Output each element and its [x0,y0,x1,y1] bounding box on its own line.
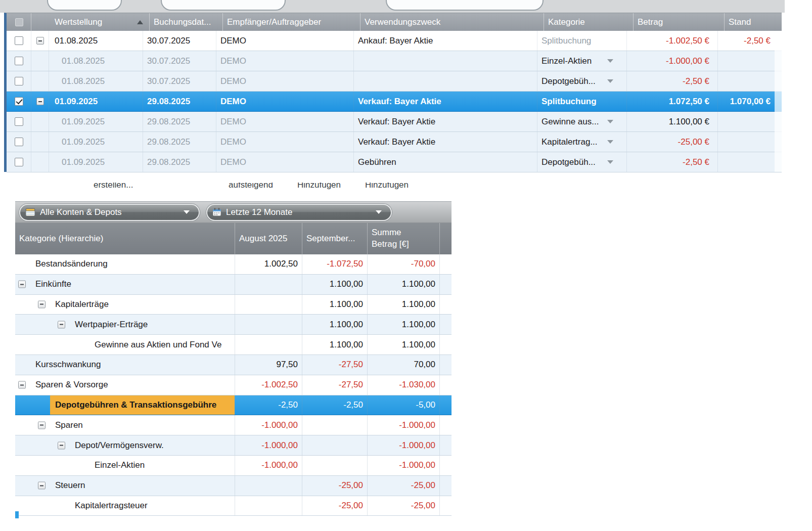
wertstellung-value: 01.09.2025 [49,112,143,131]
collapse-row-button[interactable] [38,300,46,308]
clipped-button-label[interactable]: Hinzufügen [297,183,341,190]
report-row[interactable]: Gewinne aus Aktien und Fond Ve1.100,001.… [15,335,452,355]
category-dropdown-arrow[interactable] [607,79,613,83]
column-header-august[interactable]: August 2025 [235,223,302,254]
transaction-row[interactable]: 01.09.202529.08.2025DEMOVerkauf: Bayer A… [7,112,782,132]
report-row[interactable]: Steuern-25,00-25,00 [15,476,452,496]
checkbox-cell [7,71,31,91]
category-cell: Kapitalerträge [15,295,235,315]
report-row[interactable]: Kapitalerträge1.100,001.100,00 [15,295,452,315]
value-cell: -1.000,00 [368,435,440,455]
kategorie-value: Einzel-Aktien [542,56,592,66]
transaction-row[interactable]: 01.08.202530.07.2025DEMOEinzel-Aktien-1.… [7,51,782,71]
gutter-cell [440,275,452,294]
category-label: Depot/Vermögensverw. [15,440,164,451]
kategorie-value: Splitbuchung [542,97,597,107]
category-dropdown-arrow[interactable] [607,120,613,123]
column-header-wertstellung[interactable]: Wertstellung [31,13,150,31]
report-header-row: Kategorie (Hierarchie) August 2025 Septe… [15,223,452,254]
column-header-buchungsdatum[interactable]: Buchungsdat... [150,13,223,31]
row-checkbox[interactable] [15,158,23,166]
transactions-body: 01.08.202530.07.2025DEMOAnkauf: Bayer Ak… [7,31,782,172]
stand-value: -2,50 € [744,36,771,46]
report-row[interactable]: Wertpapier-Erträge1.100,001.100,00 [15,315,452,335]
finance-app-screen: Wertstellung Buchungsdat... Empfänger/Au… [0,0,812,531]
row-checkbox[interactable] [15,57,23,65]
category-label: Kapitalertragsteuer [15,501,148,511]
empfaenger-value: DEMO [216,152,354,172]
clipped-toolbar-control[interactable] [161,0,286,11]
column-header-category[interactable]: Kategorie (Hierarchie) [15,223,235,254]
collapse-row-button[interactable] [58,321,65,328]
row-checkbox[interactable] [15,77,23,85]
category-dropdown-arrow[interactable] [607,160,613,164]
clipped-top-toolbar [0,0,785,13]
report-row[interactable]: Depotgebühren & Transaktionsgebühre-2,50… [15,395,452,416]
value-cell [235,496,302,516]
september-value: 1.100,00 [330,340,363,350]
august-value: 97,50 [276,360,298,370]
transaction-row[interactable]: 01.09.202529.08.2025DEMOVerkauf: Bayer A… [7,132,782,152]
column-header-stand[interactable]: Stand [725,13,788,31]
collapse-row-button[interactable] [36,37,44,45]
column-header-betrag[interactable]: Betrag [634,13,725,31]
value-cell: -1.072,50 [302,254,368,274]
report-row[interactable]: Sparen-1.000,00-1.000,00 [15,415,452,435]
summe-value: 1.100,00 [402,279,435,289]
column-header-empfaenger[interactable]: Empfänger/Auftraggeber [223,13,360,31]
report-row[interactable]: Kapitalertragsteuer-25,00-25,00 [15,496,452,516]
september-value: -1.072,50 [327,259,363,269]
clipped-report-toolbar: erstellen... aufsteigend Hinzufügen Hinz… [0,183,455,193]
category-cell: Wertpapier-Erträge [15,315,235,334]
betrag-value: -1.002,50 € [666,36,709,46]
row-checkbox[interactable] [15,138,23,146]
report-row[interactable]: Einkünfte1.100,001.100,00 [15,275,452,295]
value-cell: -25,00 [368,476,440,496]
category-dropdown-arrow[interactable] [607,59,613,63]
betrag-value: -2,50 € [683,76,709,86]
accounts-filter-dropdown[interactable]: Alle Konten & Depots [19,204,200,221]
category-dropdown-arrow[interactable] [607,140,613,144]
summe-value: -1.000,00 [399,440,435,451]
report-row[interactable]: Kursschwankung97,50-27,5070,00 [15,355,452,375]
vertical-scrollbar-track[interactable] [775,31,782,172]
row-checkbox[interactable] [15,117,23,126]
clipped-button-label[interactable]: erstellen... [94,183,133,190]
column-header-verwendungszweck[interactable]: Verwendungszweck [360,13,544,31]
collapse-row-button[interactable] [58,441,65,449]
collapse-row-button[interactable] [36,98,44,105]
collapse-row-button[interactable] [38,482,46,490]
transaction-row[interactable]: 01.08.202530.07.2025DEMODepotgebüh...-2,… [7,71,782,92]
clipped-button-label[interactable]: Hinzufügen [365,183,409,190]
report-row[interactable]: Depot/Vermögensverw.-1.000,00-1.000,00 [15,435,452,456]
collapse-row-button[interactable] [38,421,46,429]
transaction-row[interactable]: 01.08.202530.07.2025DEMOAnkauf: Bayer Ak… [7,31,782,51]
report-row[interactable]: Einzel-Aktien-1.000,00-1.000,00 [15,456,452,476]
select-all-checkbox[interactable] [15,18,23,26]
column-header-kategorie[interactable]: Kategorie [544,13,634,31]
transaction-row[interactable]: 01.09.202529.08.2025DEMOVerkauf: Bayer A… [7,92,782,112]
report-row[interactable]: Sparen & Vorsorge-1.002,50-27,50-1.030,0… [15,375,452,395]
column-header-summe[interactable]: Summe Betrag [€] [368,223,440,254]
row-checkbox[interactable] [15,36,23,45]
kategorie-value: Splitbuchung [542,36,591,46]
september-value: 1.100,00 [330,279,363,289]
gutter-cell [440,254,452,274]
value-cell [235,335,302,355]
collapse-row-button[interactable] [18,381,26,389]
clipped-button-label[interactable]: aufsteigend [229,183,273,190]
summe-value: -70,00 [411,259,435,269]
timerange-filter-dropdown[interactable]: Letzte 12 Monate [206,204,392,221]
collapse-row-button[interactable] [18,281,26,288]
september-value: -25,00 [339,501,363,511]
transaction-row[interactable]: 01.09.202529.08.2025DEMOGebührenDepotgeb… [7,152,782,172]
report-row[interactable]: Bestandsänderung1.002,50-1.072,50-70,00 [15,254,452,275]
clipped-toolbar-control[interactable] [47,0,122,11]
kategorie-value: Kapitalertrag... [542,137,598,147]
summe-value: -5,00 [416,400,435,410]
row-checkbox[interactable] [15,97,23,106]
stand-cell: -2,50 € [718,31,782,51]
verwendungszweck-value: Ankauf: Bayer Aktie [354,31,537,51]
clipped-toolbar-control[interactable] [386,0,544,11]
column-header-september[interactable]: September... [302,223,368,254]
